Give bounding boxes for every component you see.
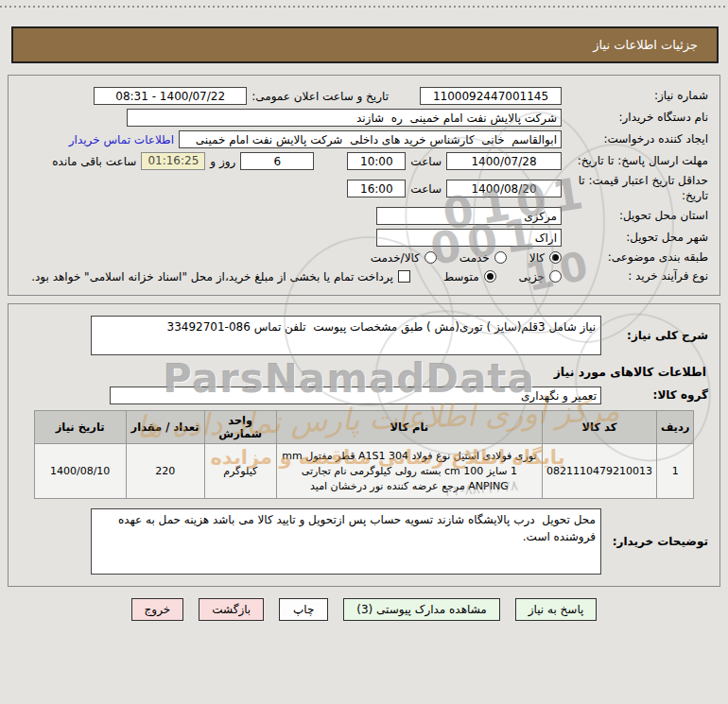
row-buyer-notes: توضیحات خریدار: محل تحویل درب پالایشگاه …	[20, 508, 708, 575]
reply-deadline-time-field[interactable]	[347, 152, 406, 170]
delivery-city-field[interactable]	[376, 229, 562, 247]
row-request-creator: ایجاد کننده درخواست: اطلاعات تماس خریدار	[20, 130, 708, 148]
row-need-number: شماره نیاز: تاریخ و ساعت اعلان عمومی:	[20, 87, 708, 105]
col-goods-name: نام کالا	[276, 411, 542, 444]
reply-deadline-label: مهلت ارسال پاسخ: تا تاریخ:	[566, 154, 708, 169]
delivery-province-field[interactable]	[376, 207, 562, 225]
cell-count-unit: کیلوگرم	[204, 444, 276, 499]
buyer-contact-link[interactable]: اطلاعات تماس خریدار	[69, 133, 174, 146]
request-creator-field[interactable]	[179, 130, 562, 148]
row-purchase-process-type: نوع فرآیند خرید : جزیی متوسط پرداخت تمام…	[20, 269, 708, 284]
radio-goods-service[interactable]	[425, 251, 437, 264]
buyer-notes-field[interactable]: محل تحویل درب پالایشگاه شازند تسویه حساب…	[91, 508, 601, 575]
delivery-province-label: استان محل تحویل:	[566, 209, 708, 224]
cell-row-number: 1	[656, 444, 694, 499]
col-count-unit: واحد شمارش	[204, 411, 276, 444]
radio-minor[interactable]	[549, 270, 562, 283]
col-row-number: ردیف	[656, 411, 694, 444]
goods-info-section-title: اطلاعات کالاهای مورد نیاز	[22, 365, 706, 379]
need-info-panel: شماره نیاز: تاریخ و ساعت اعلان عمومی: نا…	[8, 75, 720, 296]
radio-goods-service-label: کالا/خدمت	[371, 251, 420, 265]
radio-goods[interactable]	[549, 251, 562, 264]
cell-goods-code: 0821110479210013	[542, 444, 656, 499]
price-validity-label: حداقل تاریخ اعتبار قیمت: تا تاریخ:	[566, 174, 708, 203]
row-goods-group: گروه کالا:	[20, 386, 708, 404]
treasury-payment-label: پرداخت تمام یا بخشی از مبلغ خرید،از محل …	[31, 270, 393, 283]
subject-classification-label: طبقه بندی موضوعی:	[566, 250, 708, 266]
goods-table: ردیف کد کالا نام کالا واحد شمارش تعداد /…	[34, 410, 695, 499]
radio-service-label: خدمت	[459, 251, 490, 265]
need-description-panel: شرح کلی نیاز: نیاز شامل 3قلم(سایز ) توری…	[8, 303, 720, 587]
radio-medium[interactable]	[484, 270, 496, 283]
days-and-label: روز و	[210, 155, 235, 168]
buyer-org-field[interactable]	[127, 109, 562, 127]
cell-quantity: 220	[126, 444, 204, 499]
announce-datetime-label: تاریخ و ساعت اعلان عمومی:	[251, 90, 389, 103]
row-price-validity: حداقل تاریخ اعتبار قیمت: تا تاریخ: ساعت	[20, 174, 708, 203]
radio-service[interactable]	[494, 251, 507, 264]
radio-minor-label: جزیی	[519, 270, 545, 283]
delivery-city-label: شهر محل تحویل:	[566, 231, 708, 246]
days-remaining-field[interactable]	[240, 152, 314, 170]
row-delivery-province: استان محل تحویل:	[20, 207, 708, 225]
goods-table-header-row: ردیف کد کالا نام کالا واحد شمارش تعداد /…	[34, 411, 694, 444]
col-quantity: تعداد / مقدار	[126, 411, 204, 444]
buyer-org-label: نام دستگاه خریدار:	[566, 111, 708, 126]
row-reply-deadline: مهلت ارسال پاسخ: تا تاریخ: ساعت روز و 01…	[20, 152, 708, 170]
purchase-process-label: نوع فرآیند خرید :	[566, 269, 708, 284]
need-details-page: { "title_bar": { "label": "جزئیات اطلاعا…	[0, 0, 728, 704]
need-number-field[interactable]	[420, 87, 562, 105]
need-number-label: شماره نیاز:	[566, 89, 708, 104]
general-description-label: شرح کلی نیاز:	[606, 329, 708, 344]
row-general-description: شرح کلی نیاز: نیاز شامل 3قلم(سایز ) توری…	[20, 316, 708, 355]
goods-group-field[interactable]	[110, 386, 601, 404]
announce-datetime-field[interactable]	[94, 87, 247, 105]
cell-need-date: 1400/08/10	[34, 444, 126, 499]
radio-medium-label: متوسط	[443, 270, 479, 283]
action-buttons-bar: پاسخ به نیاز مشاهده مدارک پیوستی (3) چاپ…	[0, 598, 728, 621]
exit-button[interactable]: خروج	[131, 598, 184, 621]
page-title: جزئیات اطلاعات نیاز	[11, 26, 719, 63]
hours-remaining-label: ساعت باقی مانده	[52, 155, 136, 168]
deadline-hour-label: ساعت	[410, 155, 442, 168]
row-delivery-city: شهر محل تحویل:	[20, 229, 708, 247]
top-dotted-divider	[0, 6, 728, 8]
row-subject-classification: طبقه بندی موضوعی: کالا خدمت کالا/خدمت	[20, 250, 708, 266]
general-description-field[interactable]: نیاز شامل 3قلم(سایز ) توری(مش ) طبق مشخص…	[91, 316, 601, 355]
reply-deadline-date-field[interactable]	[446, 152, 562, 170]
col-need-date: تاریخ نیاز	[34, 411, 126, 444]
countdown-timer: 01:16:25	[141, 152, 205, 170]
buyer-notes-label: توضیحات خریدار:	[606, 535, 708, 550]
table-row: 1 0821110479210013 توری فولادی استیل نوع…	[34, 444, 694, 499]
print-button[interactable]: چاپ	[279, 598, 328, 621]
row-buyer-org: نام دستگاه خریدار:	[20, 109, 708, 127]
request-creator-label: ایجاد کننده درخواست:	[566, 132, 708, 147]
goods-group-label: گروه کالا:	[606, 388, 708, 404]
col-goods-code: کد کالا	[542, 411, 656, 444]
price-validity-date-field[interactable]	[446, 180, 562, 197]
reply-to-need-button[interactable]: پاسخ به نیاز	[515, 598, 598, 621]
validity-hour-label: ساعت	[410, 182, 442, 196]
price-validity-time-field[interactable]	[347, 180, 406, 197]
cell-goods-name: توری فولادی استیل نوع فولاد A1S1 304 قطر…	[276, 444, 542, 499]
view-attachments-button[interactable]: مشاهده مدارک پیوستی (3)	[343, 598, 500, 621]
treasury-payment-checkbox[interactable]	[398, 270, 410, 283]
radio-goods-label: کالا	[529, 251, 545, 265]
back-button[interactable]: بازگشت	[199, 598, 264, 621]
